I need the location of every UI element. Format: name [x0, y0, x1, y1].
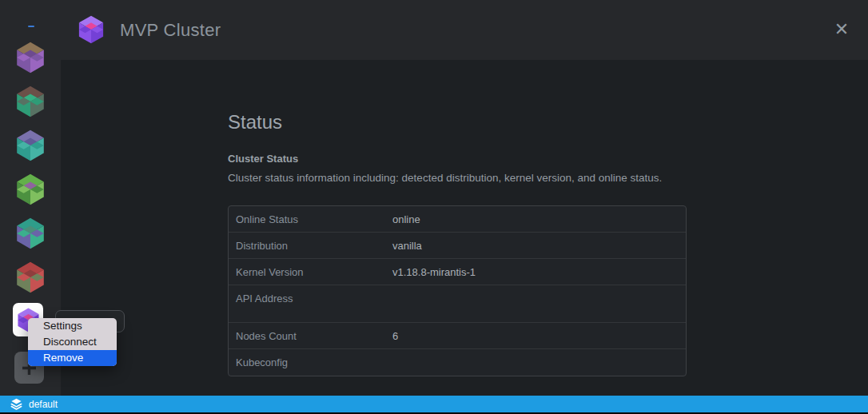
table-row: Nodes Count 6 — [229, 323, 686, 349]
app-window: MVP Cluster ✕ Status Cluster Status Clus… — [0, 0, 868, 414]
page-title: MVP Cluster — [120, 20, 221, 41]
sidebar-scroll-indicator — [28, 26, 34, 27]
table-row: Kernel Version v1.18.8-mirantis-1 — [229, 259, 686, 285]
status-bar: default — [0, 396, 868, 412]
titlebar: MVP Cluster ✕ — [0, 0, 868, 60]
row-value: online — [392, 213, 420, 225]
table-row: Kubeconfig — [229, 349, 686, 376]
row-label: Online Status — [236, 213, 392, 225]
row-label: Kernel Version — [236, 266, 392, 278]
sidebar-item-cluster-6[interactable] — [14, 261, 46, 293]
cluster-cube-icon — [14, 129, 46, 161]
namespace-layers-icon — [10, 398, 23, 410]
main-content: Status Cluster Status Cluster status inf… — [61, 60, 868, 396]
sidebar-item-cluster-2[interactable] — [14, 86, 46, 117]
row-label: Distribution — [236, 240, 392, 252]
cluster-status-table: Online Status online Distribution vanill… — [228, 205, 687, 376]
cluster-context-menu: Settings Disconnect Remove — [28, 318, 117, 366]
row-label: API Address — [236, 293, 392, 305]
row-value: vanilla — [392, 240, 422, 252]
cluster-status-description: Cluster status information including: de… — [228, 172, 868, 184]
row-label: Nodes Count — [236, 330, 392, 342]
cluster-cube-icon — [14, 217, 46, 249]
status-heading: Status — [228, 111, 868, 133]
cluster-cube-icon — [14, 42, 46, 74]
row-value: v1.18.8-mirantis-1 — [392, 266, 476, 278]
menu-item-disconnect[interactable]: Disconnect — [28, 334, 117, 350]
sidebar-item-cluster-5[interactable] — [14, 217, 46, 249]
cluster-cube-icon — [77, 15, 106, 44]
table-row: Distribution vanilla — [229, 233, 686, 259]
menu-item-settings[interactable]: Settings — [28, 318, 117, 334]
cluster-cube-icon — [14, 261, 46, 293]
table-row: Online Status online — [229, 206, 686, 233]
row-value: 6 — [392, 330, 398, 342]
menu-item-remove[interactable]: Remove — [28, 350, 117, 366]
cluster-status-title: Cluster Status — [228, 153, 868, 165]
table-row: API Address — [229, 285, 686, 323]
row-label: Kubeconfig — [236, 356, 392, 368]
close-icon[interactable]: ✕ — [832, 20, 851, 39]
cluster-cube-icon — [14, 86, 46, 117]
sidebar-item-cluster-1[interactable] — [14, 42, 46, 74]
namespace-label[interactable]: default — [29, 399, 58, 410]
cluster-cube-icon — [14, 173, 46, 205]
sidebar-item-cluster-3[interactable] — [14, 129, 46, 161]
sidebar-item-cluster-4[interactable] — [14, 173, 46, 205]
